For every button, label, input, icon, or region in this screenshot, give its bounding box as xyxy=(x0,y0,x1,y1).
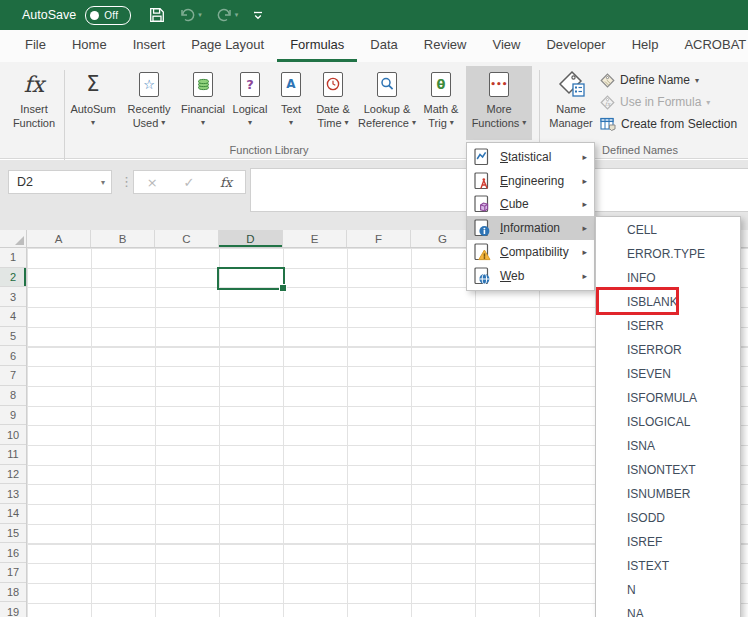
text-button[interactable]: A Text ▾ xyxy=(272,66,310,140)
submenu-item-iseven[interactable]: ISEVEN xyxy=(596,362,740,386)
more-functions-label-2: Functions xyxy=(472,116,520,130)
tab-acrobat[interactable]: ACROBAT xyxy=(671,30,748,62)
save-button[interactable] xyxy=(149,7,165,23)
create-from-selection-button[interactable]: Create from Selection xyxy=(600,114,737,134)
fill-handle[interactable] xyxy=(279,284,287,292)
row-header-15[interactable]: 15 xyxy=(0,524,26,544)
formula-bar-grip-icon[interactable]: ⋮ xyxy=(120,174,133,189)
function-name: N xyxy=(627,583,636,597)
active-cell-d2[interactable] xyxy=(217,267,285,291)
menu-item-engineering[interactable]: Engineering ▸ xyxy=(467,169,594,193)
submenu-item-iserror[interactable]: ISERROR xyxy=(596,338,740,362)
more-functions-menu: Statistical ▸ Engineering ▸ Cube ▸ Infor… xyxy=(466,142,595,291)
more-functions-button[interactable]: ••• More Functions▾ xyxy=(466,66,532,140)
logical-button[interactable]: ? Logical ▾ xyxy=(228,66,272,140)
submenu-item-isnumber[interactable]: ISNUMBER xyxy=(596,482,740,506)
recently-used-button[interactable]: ☆ Recently Used▾ xyxy=(120,66,178,140)
column-header-f[interactable]: F xyxy=(347,230,411,247)
column-header-a[interactable]: A xyxy=(27,230,91,247)
row-header-2[interactable]: 2 xyxy=(0,268,26,288)
customize-quick-access-button[interactable] xyxy=(252,9,264,21)
menu-item-label: Engineering xyxy=(500,174,564,188)
submenu-item-iserr[interactable]: ISERR xyxy=(596,314,740,338)
menu-item-information[interactable]: Information ▸ xyxy=(467,216,594,240)
submenu-item-isformula[interactable]: ISFORMULA xyxy=(596,386,740,410)
menu-item-statistical[interactable]: Statistical ▸ xyxy=(467,145,594,169)
row-header-17[interactable]: 17 xyxy=(0,563,26,583)
name-manager-button[interactable]: Name Manager xyxy=(544,66,598,140)
redo-button[interactable]: ▾ xyxy=(216,8,239,22)
row-header-13[interactable]: 13 xyxy=(0,484,26,504)
column-header-c[interactable]: C xyxy=(155,230,219,247)
tab-page-layout[interactable]: Page Layout xyxy=(178,30,277,62)
function-name: INFO xyxy=(627,271,656,285)
menu-item-cube[interactable]: Cube ▸ xyxy=(467,193,594,217)
row-header-8[interactable]: 8 xyxy=(0,386,26,406)
lookup-label-1: Lookup & xyxy=(364,102,410,116)
submenu-item-istext[interactable]: ISTEXT xyxy=(596,554,740,578)
autosum-button[interactable]: Σ AutoSum ▾ xyxy=(66,66,120,140)
row-header-5[interactable]: 5 xyxy=(0,327,26,347)
submenu-item-isodd[interactable]: ISODD xyxy=(596,506,740,530)
row-header-1[interactable]: 1 xyxy=(0,248,26,268)
insert-function-label-2: Function xyxy=(13,116,55,130)
row-header-9[interactable]: 9 xyxy=(0,406,26,426)
enter-button[interactable]: ✓ xyxy=(183,175,194,190)
row-header-4[interactable]: 4 xyxy=(0,307,26,327)
submenu-item-cell[interactable]: CELL xyxy=(596,218,740,242)
row-header-19[interactable]: 19 xyxy=(0,602,26,617)
submenu-item-isnontext[interactable]: ISNONTEXT xyxy=(596,458,740,482)
submenu-item-n[interactable]: N xyxy=(596,578,740,602)
autosave-toggle[interactable]: Off xyxy=(85,6,131,25)
submenu-item-isna[interactable]: ISNA xyxy=(596,434,740,458)
tab-formulas[interactable]: Formulas xyxy=(277,30,357,62)
select-all-corner[interactable] xyxy=(0,230,27,248)
lookup-reference-button[interactable]: Lookup & Reference▾ xyxy=(356,66,418,140)
ribbon: fx Insert Function Σ AutoSum ▾ ☆ Recentl… xyxy=(0,62,748,159)
row-header-10[interactable]: 10 xyxy=(0,425,26,445)
insert-function-fx-button[interactable]: fx xyxy=(220,175,232,190)
tab-file[interactable]: File xyxy=(12,30,59,62)
date-time-button[interactable]: Date & Time▾ xyxy=(310,66,356,140)
autosum-label: AutoSum xyxy=(70,102,115,116)
tab-insert[interactable]: Insert xyxy=(120,30,179,62)
tab-developer[interactable]: Developer xyxy=(533,30,618,62)
menu-item-compatibility[interactable]: Compatibility ▸ xyxy=(467,240,594,264)
insert-function-button[interactable]: fx Insert Function xyxy=(6,66,62,140)
undo-button[interactable]: ▾ xyxy=(179,8,202,22)
financial-button[interactable]: Financial ▾ xyxy=(178,66,228,140)
name-box[interactable]: D2 ▾ xyxy=(8,170,112,194)
tab-help[interactable]: Help xyxy=(619,30,672,62)
row-header-16[interactable]: 16 xyxy=(0,543,26,563)
row-header-6[interactable]: 6 xyxy=(0,346,26,366)
function-name: ISERR xyxy=(627,319,664,333)
tab-home[interactable]: Home xyxy=(59,30,120,62)
menu-item-web[interactable]: Web ▸ xyxy=(467,264,594,288)
column-header-b[interactable]: B xyxy=(91,230,155,247)
tab-view[interactable]: View xyxy=(479,30,533,62)
row-header-3[interactable]: 3 xyxy=(0,287,26,307)
define-name-button[interactable]: Define Name ▾ xyxy=(600,70,699,90)
row-header-12[interactable]: 12 xyxy=(0,465,26,485)
math-trig-button[interactable]: θ Math & Trig▾ xyxy=(418,66,464,140)
column-header-d[interactable]: D xyxy=(219,230,283,247)
submenu-item-isref[interactable]: ISREF xyxy=(596,530,740,554)
function-name: ERROR.TYPE xyxy=(627,247,705,261)
use-in-formula-button[interactable]: fx Use in Formula ▾ xyxy=(600,92,710,112)
submenu-item-islogical[interactable]: ISLOGICAL xyxy=(596,410,740,434)
row-headers: 1 2 3 4 5 6 7 8 9 10 11 12 13 14 15 16 1… xyxy=(0,248,27,617)
submenu-item-error-type[interactable]: ERROR.TYPE xyxy=(596,242,740,266)
submenu-item-na[interactable]: NA xyxy=(596,602,740,617)
column-header-e[interactable]: E xyxy=(283,230,347,247)
row-header-18[interactable]: 18 xyxy=(0,583,26,603)
tab-data[interactable]: Data xyxy=(357,30,410,62)
row-header-11[interactable]: 11 xyxy=(0,445,26,465)
name-manager-label-1: Name xyxy=(556,102,585,116)
more-functions-ellipsis-icon: ••• xyxy=(489,72,509,97)
row-header-14[interactable]: 14 xyxy=(0,504,26,524)
function-name: ISNONTEXT xyxy=(627,463,696,477)
cancel-button[interactable]: × xyxy=(147,175,158,190)
row-header-7[interactable]: 7 xyxy=(0,366,26,386)
tab-review[interactable]: Review xyxy=(411,30,480,62)
create-from-selection-icon xyxy=(600,117,616,131)
